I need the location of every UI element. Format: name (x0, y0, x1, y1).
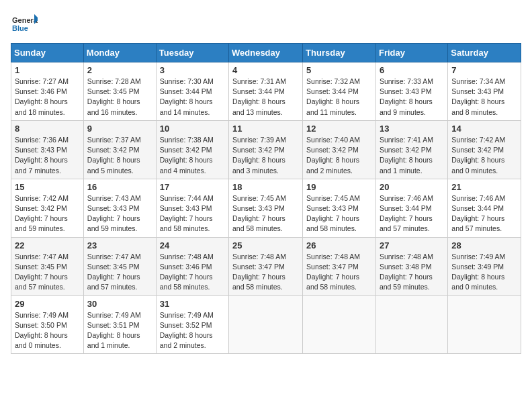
header: General Blue (11, 11, 521, 38)
calendar-week-row: 29Sunrise: 7:49 AMSunset: 3:50 PMDayligh… (11, 295, 521, 354)
day-number: 29 (15, 299, 80, 309)
day-number: 14 (451, 124, 517, 134)
logo: General Blue (11, 11, 38, 38)
calendar-cell: 18Sunrise: 7:45 AMSunset: 3:43 PMDayligh… (229, 179, 303, 237)
day-number: 24 (160, 240, 225, 250)
day-detail: Sunrise: 7:41 AMSunset: 3:42 PMDaylight:… (380, 135, 444, 176)
day-detail: Sunrise: 7:46 AMSunset: 3:44 PMDaylight:… (451, 193, 517, 234)
day-detail: Sunrise: 7:48 AMSunset: 3:47 PMDaylight:… (306, 252, 372, 293)
calendar-cell: 7Sunrise: 7:34 AMSunset: 3:43 PMDaylight… (448, 62, 521, 121)
calendar-cell: 27Sunrise: 7:48 AMSunset: 3:48 PMDayligh… (375, 237, 447, 295)
day-number: 21 (451, 182, 517, 192)
col-header-wednesday: Wednesday (229, 44, 303, 62)
calendar-table: SundayMondayTuesdayWednesdayThursdayFrid… (11, 43, 521, 354)
calendar-cell: 12Sunrise: 7:40 AMSunset: 3:42 PMDayligh… (303, 120, 376, 179)
day-detail: Sunrise: 7:45 AMSunset: 3:43 PMDaylight:… (306, 193, 372, 234)
day-detail: Sunrise: 7:34 AMSunset: 3:43 PMDaylight:… (451, 77, 517, 118)
day-detail: Sunrise: 7:47 AMSunset: 3:45 PMDaylight:… (87, 252, 152, 293)
day-detail: Sunrise: 7:46 AMSunset: 3:44 PMDaylight:… (380, 193, 444, 234)
day-number: 1 (15, 65, 80, 75)
day-detail: Sunrise: 7:42 AMSunset: 3:42 PMDaylight:… (15, 193, 80, 234)
day-detail: Sunrise: 7:27 AMSunset: 3:46 PMDaylight:… (15, 77, 80, 118)
day-detail: Sunrise: 7:44 AMSunset: 3:43 PMDaylight:… (160, 193, 225, 234)
calendar-cell: 31Sunrise: 7:49 AMSunset: 3:52 PMDayligh… (156, 295, 228, 354)
calendar-cell: 23Sunrise: 7:47 AMSunset: 3:45 PMDayligh… (83, 237, 156, 295)
day-number: 15 (15, 182, 80, 192)
calendar-cell: 2Sunrise: 7:28 AMSunset: 3:45 PMDaylight… (83, 62, 156, 121)
day-detail: Sunrise: 7:48 AMSunset: 3:48 PMDaylight:… (380, 252, 444, 293)
calendar-cell: 29Sunrise: 7:49 AMSunset: 3:50 PMDayligh… (11, 295, 84, 354)
day-detail: Sunrise: 7:49 AMSunset: 3:52 PMDaylight:… (160, 310, 225, 351)
day-detail: Sunrise: 7:49 AMSunset: 3:51 PMDaylight:… (87, 310, 152, 351)
day-number: 6 (380, 65, 444, 75)
col-header-monday: Monday (83, 44, 156, 62)
calendar-cell: 17Sunrise: 7:44 AMSunset: 3:43 PMDayligh… (156, 179, 228, 237)
day-number: 17 (160, 182, 225, 192)
calendar-week-row: 1Sunrise: 7:27 AMSunset: 3:46 PMDaylight… (11, 62, 521, 121)
calendar-cell: 25Sunrise: 7:48 AMSunset: 3:47 PMDayligh… (229, 237, 303, 295)
calendar-cell: 4Sunrise: 7:31 AMSunset: 3:44 PMDaylight… (229, 62, 303, 121)
day-detail: Sunrise: 7:32 AMSunset: 3:44 PMDaylight:… (306, 77, 372, 118)
calendar-cell: 9Sunrise: 7:37 AMSunset: 3:42 PMDaylight… (83, 120, 156, 179)
col-header-thursday: Thursday (303, 44, 376, 62)
day-detail: Sunrise: 7:48 AMSunset: 3:47 PMDaylight:… (232, 252, 299, 293)
day-number: 9 (87, 124, 152, 134)
day-number: 22 (15, 240, 80, 250)
day-detail: Sunrise: 7:30 AMSunset: 3:44 PMDaylight:… (160, 77, 225, 118)
day-number: 20 (380, 182, 444, 192)
day-number: 30 (87, 299, 152, 309)
calendar-cell: 3Sunrise: 7:30 AMSunset: 3:44 PMDaylight… (156, 62, 228, 121)
logo-icon: General Blue (11, 11, 38, 38)
svg-text:Blue: Blue (12, 24, 28, 32)
day-number: 27 (380, 240, 444, 250)
calendar-cell: 30Sunrise: 7:49 AMSunset: 3:51 PMDayligh… (83, 295, 156, 354)
calendar-cell: 20Sunrise: 7:46 AMSunset: 3:44 PMDayligh… (375, 179, 447, 237)
col-header-saturday: Saturday (448, 44, 521, 62)
day-detail: Sunrise: 7:45 AMSunset: 3:43 PMDaylight:… (232, 193, 299, 234)
day-detail: Sunrise: 7:49 AMSunset: 3:50 PMDaylight:… (15, 310, 80, 351)
day-detail: Sunrise: 7:49 AMSunset: 3:49 PMDaylight:… (451, 252, 517, 293)
day-detail: Sunrise: 7:42 AMSunset: 3:42 PMDaylight:… (451, 135, 517, 176)
calendar-cell: 15Sunrise: 7:42 AMSunset: 3:42 PMDayligh… (11, 179, 84, 237)
day-number: 19 (306, 182, 372, 192)
day-detail: Sunrise: 7:33 AMSunset: 3:43 PMDaylight:… (380, 77, 444, 118)
day-detail: Sunrise: 7:36 AMSunset: 3:43 PMDaylight:… (15, 135, 80, 176)
day-number: 28 (451, 240, 517, 250)
col-header-tuesday: Tuesday (156, 44, 228, 62)
day-number: 8 (15, 124, 80, 134)
day-number: 10 (160, 124, 225, 134)
day-number: 18 (232, 182, 299, 192)
day-detail: Sunrise: 7:37 AMSunset: 3:42 PMDaylight:… (87, 135, 152, 176)
day-number: 11 (232, 124, 299, 134)
day-number: 26 (306, 240, 372, 250)
day-number: 5 (306, 65, 372, 75)
calendar-week-row: 8Sunrise: 7:36 AMSunset: 3:43 PMDaylight… (11, 120, 521, 179)
calendar-cell: 6Sunrise: 7:33 AMSunset: 3:43 PMDaylight… (375, 62, 447, 121)
day-number: 31 (160, 299, 225, 309)
calendar-cell: 14Sunrise: 7:42 AMSunset: 3:42 PMDayligh… (448, 120, 521, 179)
calendar-cell: 19Sunrise: 7:45 AMSunset: 3:43 PMDayligh… (303, 179, 376, 237)
calendar-week-row: 15Sunrise: 7:42 AMSunset: 3:42 PMDayligh… (11, 179, 521, 237)
day-number: 7 (451, 65, 517, 75)
day-detail: Sunrise: 7:28 AMSunset: 3:45 PMDaylight:… (87, 77, 152, 118)
calendar-cell: 10Sunrise: 7:38 AMSunset: 3:42 PMDayligh… (156, 120, 228, 179)
calendar-cell: 28Sunrise: 7:49 AMSunset: 3:49 PMDayligh… (448, 237, 521, 295)
calendar-cell: 26Sunrise: 7:48 AMSunset: 3:47 PMDayligh… (303, 237, 376, 295)
day-detail: Sunrise: 7:40 AMSunset: 3:42 PMDaylight:… (306, 135, 372, 176)
day-number: 13 (380, 124, 444, 134)
day-detail: Sunrise: 7:48 AMSunset: 3:46 PMDaylight:… (160, 252, 225, 293)
calendar-cell: 21Sunrise: 7:46 AMSunset: 3:44 PMDayligh… (448, 179, 521, 237)
calendar-week-row: 22Sunrise: 7:47 AMSunset: 3:45 PMDayligh… (11, 237, 521, 295)
calendar-cell (229, 295, 303, 354)
day-number: 4 (232, 65, 299, 75)
calendar-cell: 13Sunrise: 7:41 AMSunset: 3:42 PMDayligh… (375, 120, 447, 179)
calendar-cell: 1Sunrise: 7:27 AMSunset: 3:46 PMDaylight… (11, 62, 84, 121)
svg-text:General: General (12, 16, 38, 24)
day-detail: Sunrise: 7:47 AMSunset: 3:45 PMDaylight:… (15, 252, 80, 293)
calendar-cell: 24Sunrise: 7:48 AMSunset: 3:46 PMDayligh… (156, 237, 228, 295)
day-number: 3 (160, 65, 225, 75)
col-header-friday: Friday (375, 44, 447, 62)
day-number: 25 (232, 240, 299, 250)
calendar-cell: 22Sunrise: 7:47 AMSunset: 3:45 PMDayligh… (11, 237, 84, 295)
day-number: 16 (87, 182, 152, 192)
